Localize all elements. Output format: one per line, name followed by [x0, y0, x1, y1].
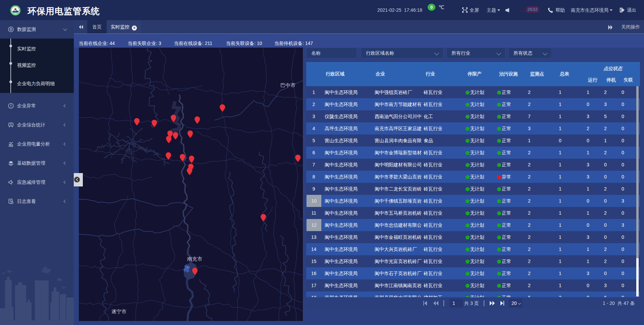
- svg-text:南充市: 南充市: [187, 256, 202, 262]
- svg-text:巴中市: 巴中市: [280, 82, 296, 88]
- svg-text:遂宁市: 遂宁市: [111, 309, 126, 314]
